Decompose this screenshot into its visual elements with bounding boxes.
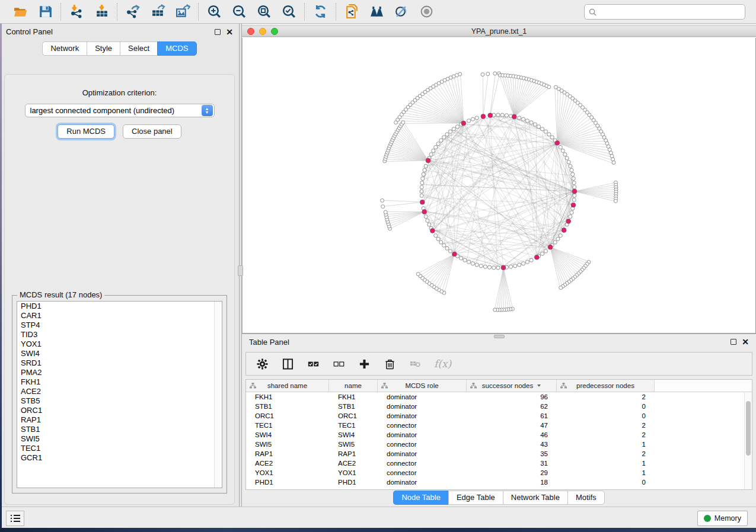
dominator-node[interactable]: [422, 210, 427, 214]
network-node[interactable]: [452, 127, 455, 131]
network-node[interactable]: [529, 121, 533, 124]
dominator-node[interactable]: [461, 121, 466, 126]
column-header-MCDS-role[interactable]: MCDS role: [378, 380, 467, 392]
dominator-node[interactable]: [534, 255, 539, 259]
network-node[interactable]: [572, 181, 576, 185]
run-mcds-button[interactable]: Run MCDS: [58, 124, 114, 139]
leaf-node[interactable]: [458, 72, 462, 76]
refresh-button[interactable]: [312, 4, 328, 20]
dominator-node[interactable]: [452, 252, 457, 257]
export-table-button[interactable]: [149, 4, 166, 20]
dominator-node[interactable]: [571, 203, 576, 207]
network-node[interactable]: [505, 114, 508, 117]
mcds-result-item[interactable]: SWI4: [17, 349, 222, 358]
table-row[interactable]: PHD1PHD1dominator180: [246, 477, 752, 487]
network-node[interactable]: [426, 219, 429, 222]
import-network-button[interactable]: [68, 4, 85, 20]
mcds-result-item[interactable]: FKH1: [17, 377, 222, 387]
network-node[interactable]: [436, 142, 440, 146]
network-node[interactable]: [537, 125, 541, 129]
network-node[interactable]: [423, 168, 426, 172]
network-node[interactable]: [572, 177, 575, 180]
leaf-node[interactable]: [381, 198, 384, 202]
import-table-button[interactable]: [93, 4, 110, 20]
network-node[interactable]: [445, 133, 449, 136]
tab-network[interactable]: Network: [42, 41, 87, 56]
table-row[interactable]: STB1STB1dominator620: [246, 402, 752, 411]
network-node[interactable]: [436, 237, 440, 241]
network-node[interactable]: [561, 149, 564, 152]
network-node[interactable]: [572, 198, 576, 201]
dominator-node[interactable]: [426, 158, 430, 163]
tab-mcds[interactable]: MCDS: [157, 41, 196, 56]
mcds-result-item[interactable]: STB1: [17, 425, 222, 434]
mcds-result-item[interactable]: YOX1: [17, 339, 222, 349]
table-row[interactable]: ORC1ORC1dominator610: [246, 411, 752, 421]
search-network-button[interactable]: [368, 4, 385, 20]
tab-network-table[interactable]: Network Table: [503, 491, 567, 505]
float-panel-icon[interactable]: [215, 29, 221, 35]
network-node[interactable]: [429, 153, 433, 156]
delete-column-button[interactable]: [383, 357, 396, 370]
mcds-result-item[interactable]: PHD1: [17, 302, 222, 311]
dominator-node[interactable]: [548, 245, 553, 249]
table-scrollbar-thumb[interactable]: [746, 401, 751, 456]
dominator-node[interactable]: [562, 228, 566, 233]
network-node[interactable]: [475, 116, 479, 120]
column-header-name[interactable]: name: [329, 380, 378, 392]
network-node[interactable]: [420, 181, 424, 185]
mcds-result-item[interactable]: CAR1: [17, 311, 222, 321]
network-node[interactable]: [434, 145, 438, 149]
network-node[interactable]: [571, 172, 575, 176]
leaf-node[interactable]: [381, 205, 385, 209]
mcds-result-item[interactable]: STB5: [17, 396, 222, 406]
table-row[interactable]: RAP1RAP1dominator352: [246, 449, 752, 459]
tab-motifs[interactable]: Motifs: [567, 491, 605, 505]
network-node[interactable]: [467, 260, 471, 264]
column-header-predecessor-nodes[interactable]: predecessor nodes: [557, 380, 655, 392]
splitter-grip[interactable]: [238, 265, 243, 276]
table-panel-splitter-grip[interactable]: [494, 335, 505, 338]
mcds-list-scrollbar[interactable]: [214, 302, 222, 488]
network-node[interactable]: [445, 246, 449, 250]
table-row[interactable]: TEC1TEC1connector472: [246, 421, 752, 430]
network-node[interactable]: [565, 156, 569, 160]
close-table-panel-icon[interactable]: ✕: [742, 339, 749, 345]
network-node[interactable]: [570, 211, 573, 214]
network-node[interactable]: [541, 127, 544, 131]
network-node[interactable]: [559, 145, 562, 149]
dominator-node[interactable]: [555, 140, 560, 145]
search-input[interactable]: [599, 8, 745, 16]
table-row[interactable]: FKH1FKH1dominator962: [246, 392, 752, 402]
network-node[interactable]: [569, 164, 572, 168]
network-node[interactable]: [556, 237, 560, 241]
dominator-node[interactable]: [488, 113, 493, 118]
dominator-node[interactable]: [572, 189, 577, 194]
close-panel-icon[interactable]: ✕: [226, 29, 233, 35]
network-node[interactable]: [460, 257, 463, 260]
table-row[interactable]: SWI4SWI4dominator462: [246, 430, 752, 440]
export-image-button[interactable]: [174, 4, 191, 20]
network-node[interactable]: [518, 263, 521, 267]
float-table-panel-icon[interactable]: [731, 339, 736, 345]
network-node[interactable]: [439, 241, 443, 244]
panel-splitter[interactable]: [239, 24, 242, 507]
mcds-result-item[interactable]: ACE2: [17, 387, 222, 396]
leaf-node[interactable]: [612, 161, 615, 164]
network-node[interactable]: [573, 185, 576, 189]
network-node[interactable]: [573, 194, 576, 197]
memory-button[interactable]: Memory: [697, 511, 748, 526]
tab-select[interactable]: Select: [120, 41, 157, 56]
network-node[interactable]: [559, 234, 562, 238]
leaf-node[interactable]: [481, 73, 484, 76]
network-node[interactable]: [434, 234, 438, 238]
table-row[interactable]: YOX1YOX1connector291: [246, 468, 752, 477]
mcds-result-item[interactable]: PMA2: [17, 368, 222, 377]
leaf-node[interactable]: [493, 308, 497, 312]
network-node[interactable]: [449, 249, 452, 253]
open-in-web-button[interactable]: [343, 4, 360, 20]
create-column-button[interactable]: [358, 357, 371, 370]
network-node[interactable]: [442, 243, 446, 247]
export-network-button[interactable]: [125, 4, 141, 20]
hide-annotations-button[interactable]: [393, 4, 410, 20]
